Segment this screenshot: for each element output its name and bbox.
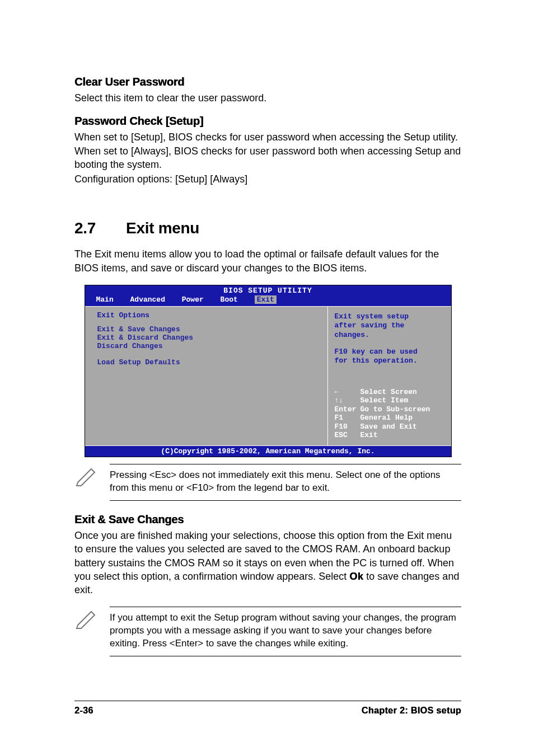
bios-help-line: for this operation.: [335, 356, 446, 365]
bios-group-label: Exit Options: [97, 311, 315, 320]
bios-left-panel: Exit Options Exit & Save Changes Exit & …: [85, 307, 328, 445]
ok-label: Ok: [349, 571, 363, 582]
bios-tabs: Main Advanced Power Boot Exit: [85, 295, 451, 306]
pencil-icon: [74, 607, 101, 631]
bios-copyright: (C)Copyright 1985-2002, American Megatre…: [85, 445, 451, 457]
bios-key-label: General Help: [360, 414, 413, 422]
bios-title: BIOS SETUP UTILITY: [85, 287, 451, 295]
key-enter: Enter: [335, 405, 360, 414]
note-block: Pressing <Esc> does not immediately exit…: [74, 464, 461, 501]
bios-key-row: EnterGo to Sub-screen: [335, 405, 446, 414]
page-footer: 2-36 Chapter 2: BIOS setup: [74, 701, 461, 716]
note-block: If you attempt to exit the Setup program…: [74, 607, 461, 656]
section-heading: 2.7Exit menu: [74, 219, 461, 237]
heading-clear-user-password: Clear User Password: [74, 76, 461, 88]
section-title: Exit menu: [126, 219, 199, 237]
text-password-check-config: Configuration options: [Setup] [Always]: [74, 172, 461, 186]
bios-tab-main: Main: [96, 295, 114, 304]
page-number: 2-36: [74, 706, 93, 716]
heading-password-check: Password Check [Setup]: [74, 115, 461, 128]
bios-right-panel: Exit system setup after saving the chang…: [328, 307, 451, 445]
bios-item-discard: Discard Changes: [97, 342, 315, 350]
bios-item-exit-discard: Exit & Discard Changes: [97, 334, 315, 342]
note-text: Pressing <Esc> does not immediately exit…: [110, 464, 461, 501]
chapter-label: Chapter 2: BIOS setup: [362, 706, 461, 716]
pencil-icon: [74, 464, 101, 489]
bios-key-label: Exit: [360, 431, 378, 439]
bios-key-legend: ←Select Screen ↑↓Select Item EnterGo to …: [335, 388, 446, 440]
bios-tab-power: Power: [182, 295, 204, 304]
bios-screenshot: BIOS SETUP UTILITY Main Advanced Power B…: [85, 285, 452, 457]
key-esc: ESC: [335, 431, 360, 440]
bios-key-row: ESCExit: [335, 431, 446, 440]
bios-key-row: F10Save and Exit: [335, 422, 446, 431]
section-number: 2.7: [74, 219, 126, 237]
bios-tab-boot: Boot: [221, 295, 238, 304]
bios-key-label: Select Screen: [360, 388, 417, 396]
bios-header: BIOS SETUP UTILITY Main Advanced Power B…: [85, 285, 451, 306]
text-exit-save-changes: Once you are finished making your select…: [74, 529, 461, 597]
bios-body: Exit Options Exit & Save Changes Exit & …: [85, 306, 451, 445]
text-password-check: When set to [Setup], BIOS checks for use…: [74, 130, 461, 171]
bios-help-line: after saving the: [335, 321, 446, 330]
bios-help-text: Exit system setup after saving the chang…: [335, 312, 446, 365]
arrow-left-icon: ←: [335, 388, 360, 397]
note-text: If you attempt to exit the Setup program…: [110, 607, 461, 656]
key-f1: F1: [335, 414, 360, 422]
bios-key-row: ←Select Screen: [335, 388, 446, 397]
bios-key-label: Go to Sub-screen: [360, 405, 430, 414]
bios-key-row: ↑↓Select Item: [335, 396, 446, 405]
bios-tab-exit: Exit: [255, 295, 277, 304]
bios-item-load-defaults: Load Setup Defaults: [97, 358, 315, 367]
key-f10: F10: [335, 422, 360, 431]
bios-item-exit-save: Exit & Save Changes: [97, 325, 315, 334]
section-intro: The Exit menu items allow you to load th…: [74, 247, 461, 275]
bios-tab-advanced: Advanced: [130, 295, 165, 304]
heading-exit-save-changes: Exit & Save Changes: [74, 513, 461, 526]
text-clear-user-password: Select this item to clear the user passw…: [74, 91, 461, 105]
bios-key-label: Select Item: [360, 396, 409, 405]
bios-help-line: Exit system setup: [335, 312, 446, 321]
bios-help-line: changes.: [335, 331, 446, 340]
bios-key-row: F1General Help: [335, 414, 446, 422]
bios-key-label: Save and Exit: [360, 422, 417, 431]
bios-help-line: F10 key can be used: [335, 348, 446, 356]
arrow-updown-icon: ↑↓: [335, 396, 360, 405]
